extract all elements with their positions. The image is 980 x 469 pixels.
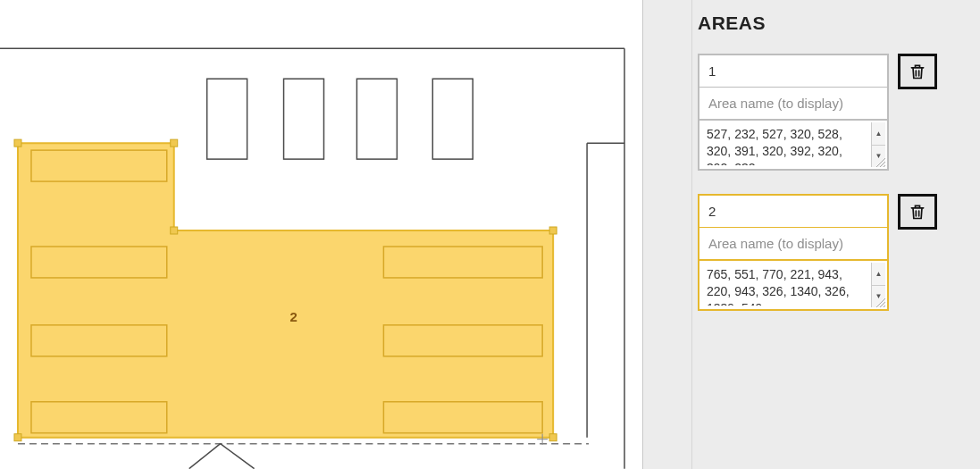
floorplan-canvas[interactable]: 2: [0, 0, 643, 469]
panel-gutter: [643, 0, 692, 469]
svg-rect-19: [549, 434, 557, 441]
area-name-input[interactable]: [698, 227, 889, 259]
svg-rect-8: [31, 150, 167, 181]
area-block: ▲ ▼: [698, 54, 967, 171]
area-coords-input[interactable]: [699, 121, 887, 165]
svg-rect-11: [31, 402, 167, 433]
area-id-input[interactable]: [698, 54, 889, 87]
svg-line-23: [189, 444, 221, 469]
app-root: 2 AREAS ▲ ▼: [0, 0, 980, 469]
svg-line-22: [221, 444, 255, 469]
panel-title: AREAS: [698, 13, 967, 34]
svg-rect-12: [383, 247, 542, 278]
area-coords-wrap: ▲ ▼: [698, 119, 889, 171]
svg-rect-4: [207, 79, 247, 159]
svg-rect-13: [383, 325, 542, 356]
svg-rect-16: [171, 139, 178, 147]
area-polygon-2[interactable]: [18, 143, 553, 438]
delete-area-button[interactable]: [898, 194, 937, 230]
resize-grip[interactable]: [876, 158, 885, 167]
area-fields: ▲ ▼: [698, 54, 889, 171]
area-label: 2: [290, 309, 297, 324]
svg-rect-6: [356, 79, 397, 159]
svg-rect-7: [432, 79, 473, 159]
spinner-up[interactable]: ▲: [872, 122, 885, 145]
svg-rect-17: [171, 227, 178, 234]
trash-icon: [909, 202, 926, 222]
svg-rect-9: [31, 247, 167, 278]
svg-rect-14: [383, 402, 542, 433]
area-fields: ▲ ▼: [698, 194, 889, 311]
svg-rect-5: [284, 79, 324, 159]
svg-rect-18: [549, 227, 557, 234]
area-coords-wrap: ▲ ▼: [698, 259, 889, 311]
svg-rect-10: [31, 325, 167, 356]
area-block: ▲ ▼: [698, 194, 967, 311]
areas-panel: AREAS ▲ ▼: [692, 0, 980, 469]
resize-grip[interactable]: [876, 298, 885, 307]
svg-rect-15: [14, 139, 21, 147]
area-coords-input[interactable]: [699, 261, 887, 306]
area-id-input[interactable]: [698, 194, 889, 227]
spinner-up[interactable]: ▲: [872, 263, 885, 285]
delete-area-button[interactable]: [898, 54, 937, 89]
floorplan-svg: 2: [0, 0, 642, 469]
trash-icon: [909, 62, 926, 81]
area-name-input[interactable]: [698, 87, 889, 119]
svg-rect-20: [14, 434, 21, 441]
